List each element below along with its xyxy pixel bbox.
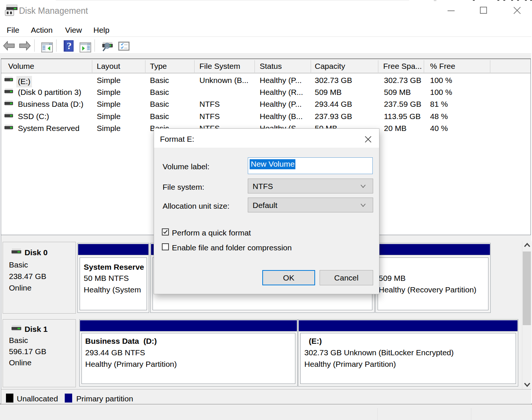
svg-text:?: ? (67, 41, 72, 51)
